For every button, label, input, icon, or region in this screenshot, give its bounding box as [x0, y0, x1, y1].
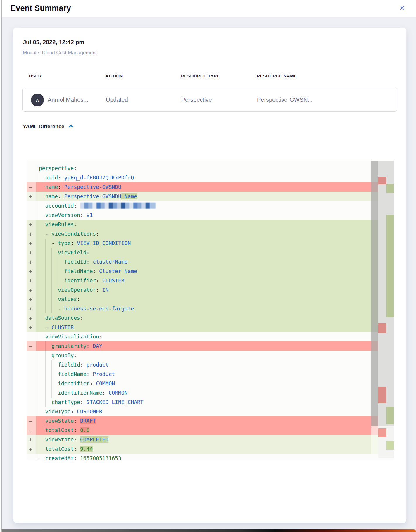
- resource-type-cell: Perspective: [181, 88, 212, 111]
- diff-gutter: +: [27, 444, 36, 454]
- diff-gutter: —: [27, 426, 36, 435]
- diff-line: +fieldName: Cluster Name: [27, 267, 378, 276]
- column-header: RESOURCE NAME: [257, 73, 297, 78]
- diff-gutter: [27, 398, 36, 407]
- page-title: Event Summary: [11, 4, 71, 13]
- diff-line: +viewState: COMPLETED: [27, 435, 378, 444]
- diff-code: totalCost: 9.44: [36, 444, 371, 454]
- diff-line: createdAt: 1657005131653: [27, 454, 378, 460]
- minimap-addition-mark: [386, 441, 394, 450]
- diff-line: —totalCost: 0.0: [27, 426, 378, 435]
- diff-line: —name: Perspective-GWSNDU: [27, 182, 378, 192]
- diff-gutter: +: [27, 276, 36, 285]
- diff-gutter: [27, 332, 36, 341]
- diff-code: createdAt: 1657005131653: [36, 454, 371, 460]
- diff-line: +- CLUSTER: [27, 323, 378, 332]
- diff-gutter: —: [27, 416, 36, 426]
- diff-code: totalCost: 0.0: [36, 426, 371, 435]
- diff-code: name: Perspective-GWSNDU_Name: [36, 192, 371, 201]
- diff-line: +- harness-se-ecs-fargate: [27, 304, 378, 313]
- diff-code: - harness-se-ecs-fargate: [36, 304, 371, 313]
- diff-gutter: [27, 388, 36, 398]
- diff-code: fieldName: Cluster Name: [36, 267, 371, 276]
- page-edge-divider: [1, 0, 2, 532]
- diff-minimap-shade: [378, 161, 394, 426]
- chevron-up-icon: [68, 124, 73, 129]
- diff-gutter: +: [27, 220, 36, 229]
- diff-minimap[interactable]: [378, 161, 394, 458]
- diff-lines: perspective:uuid: ypRq_d-fRBOJ7QJKxPDfrQ…: [27, 164, 378, 460]
- diff-line: +- viewConditions:: [27, 229, 378, 239]
- diff-gutter: [27, 369, 36, 379]
- diff-line: +identifier: CLUSTER: [27, 276, 378, 285]
- diff-code: - viewConditions:: [36, 229, 371, 239]
- diff-code: viewState: DRAFT: [36, 416, 371, 426]
- diff-code: chartType: STACKED_LINE_CHART: [36, 398, 371, 407]
- diff-code: identifierName: COMMON: [36, 388, 371, 398]
- diff-line: +name: Perspective-GWSNDU_Name: [27, 192, 378, 201]
- diff-line: viewVersion: v1: [27, 210, 378, 220]
- diff-line: +fieldId: clusterName: [27, 257, 378, 267]
- diff-line: +values:: [27, 295, 378, 304]
- diff-gutter: +: [27, 313, 36, 323]
- diff-gutter: +: [27, 239, 36, 248]
- diff-line: +viewField:: [27, 248, 378, 257]
- event-timestamp: Jul 05, 2022, 12:42 pm: [23, 39, 84, 46]
- event-summary-drawer: Event Summary Jul 05, 2022, 12:42 pm Mod…: [2, 0, 416, 532]
- collapse-toggle[interactable]: [68, 124, 73, 129]
- yaml-difference-label: YAML Difference: [23, 124, 64, 130]
- diff-code: fieldName: Product: [36, 369, 371, 379]
- action-cell: Updated: [106, 88, 128, 111]
- table-header-row: USERACTIONRESOURCE TYPERESOURCE NAME: [13, 73, 406, 79]
- diff-line: —viewState: DRAFT: [27, 416, 378, 426]
- audit-event-row[interactable]: A Anmol Mahes... Updated Perspective Per…: [22, 88, 397, 112]
- diff-gutter: +: [27, 295, 36, 304]
- redacted-value: [80, 203, 156, 209]
- minimap-deletion-mark: [378, 428, 386, 437]
- diff-gutter: [27, 201, 36, 210]
- diff-gutter: [27, 379, 36, 388]
- column-header: ACTION: [106, 73, 123, 78]
- diff-code: accountId:: [36, 201, 371, 210]
- diff-code: - CLUSTER: [36, 323, 371, 332]
- user-cell: Anmol Mahes...: [48, 88, 88, 111]
- resource-name-cell: Perspective-GWSN...: [257, 88, 313, 111]
- diff-gutter: +: [27, 267, 36, 276]
- diff-gutter: [27, 407, 36, 416]
- diff-code: dataSources:: [36, 313, 371, 323]
- diff-code: viewType: CUSTOMER: [36, 407, 371, 416]
- diff-code: perspective:: [36, 164, 371, 173]
- close-button[interactable]: [397, 4, 407, 13]
- diff-gutter: +: [27, 248, 36, 257]
- diff-line: viewVisualization:: [27, 332, 378, 341]
- diff-line: groupBy:: [27, 351, 378, 360]
- diff-line: fieldName: Product: [27, 369, 378, 379]
- diff-code: groupBy:: [36, 351, 371, 360]
- diff-gutter: +: [27, 304, 36, 313]
- diff-gutter: +: [27, 323, 36, 332]
- diff-scrollbar-thumb[interactable]: [371, 161, 378, 426]
- yaml-difference-header: YAML Difference: [23, 124, 73, 130]
- diff-gutter: [27, 210, 36, 220]
- diff-code: viewVisualization:: [36, 332, 371, 341]
- diff-line: accountId:: [27, 201, 378, 210]
- diff-line: identifier: COMMON: [27, 379, 378, 388]
- yaml-diff-viewer: perspective:uuid: ypRq_d-fRBOJ7QJKxPDfrQ…: [27, 161, 394, 460]
- diff-gutter: [27, 360, 36, 369]
- diff-line: chartType: STACKED_LINE_CHART: [27, 398, 378, 407]
- diff-gutter: +: [27, 257, 36, 267]
- diff-line: +viewOperator: IN: [27, 285, 378, 295]
- diff-gutter: +: [27, 285, 36, 295]
- diff-gutter: [27, 454, 36, 460]
- diff-line: +dataSources:: [27, 313, 378, 323]
- diff-gutter: +: [27, 435, 36, 444]
- diff-gutter: —: [27, 182, 36, 192]
- diff-line: +totalCost: 9.44: [27, 444, 378, 454]
- diff-code: values:: [36, 295, 371, 304]
- diff-code: granularity: DAY: [36, 341, 371, 351]
- event-summary-card: Jul 05, 2022, 12:42 pm Module: Cloud Cos…: [13, 28, 406, 523]
- diff-line: uuid: ypRq_d-fRBOJ7QJKxPDfrQ: [27, 173, 378, 182]
- diff-line: +viewRules:: [27, 220, 378, 229]
- column-header: RESOURCE TYPE: [181, 73, 220, 78]
- diff-code: identifier: COMMON: [36, 379, 371, 388]
